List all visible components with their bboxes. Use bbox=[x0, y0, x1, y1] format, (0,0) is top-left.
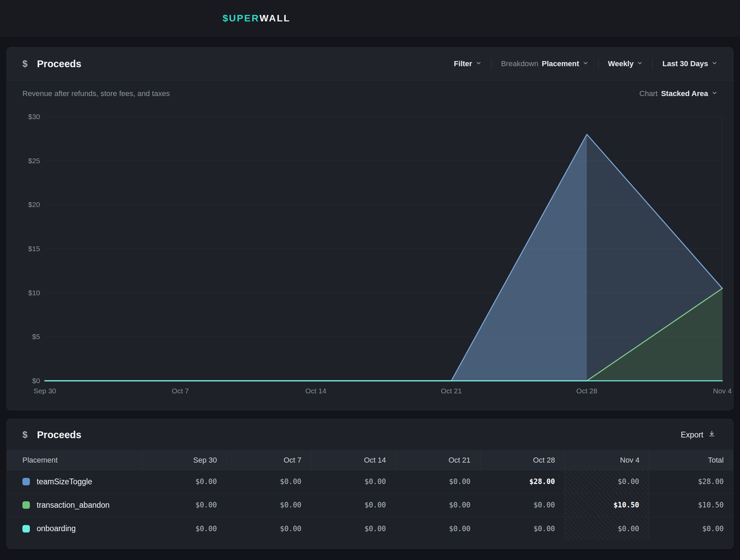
value-cell: $28.00 bbox=[480, 470, 565, 493]
logo-accent-text: $UPER bbox=[223, 13, 259, 24]
value-cell: $0.00 bbox=[226, 470, 311, 493]
column-header: Oct 14 bbox=[311, 451, 395, 470]
chart-type-value: Stacked Area bbox=[661, 89, 708, 98]
dollar-icon: $ bbox=[22, 430, 27, 440]
value-cell: $0.00 bbox=[226, 517, 311, 540]
chevron-down-icon bbox=[637, 59, 643, 68]
table-header-row: PlacementSep 30Oct 7Oct 14Oct 21Oct 28No… bbox=[7, 450, 733, 470]
breakdown-label: Breakdown bbox=[501, 59, 538, 68]
value-cell: $0.00 bbox=[649, 517, 733, 540]
placement-name: transaction_abandon bbox=[37, 501, 110, 510]
column-header: Total bbox=[649, 451, 733, 470]
column-header: Oct 28 bbox=[480, 451, 565, 470]
series-color-swatch bbox=[22, 525, 30, 533]
dollar-icon: $ bbox=[22, 59, 27, 69]
chevron-down-icon bbox=[476, 59, 482, 68]
value-cell: $0.00 bbox=[142, 493, 226, 517]
stacked-area-chart[interactable] bbox=[45, 117, 722, 381]
logo-rest-text: WALL bbox=[259, 13, 290, 24]
y-tick-label: $25 bbox=[28, 156, 40, 166]
y-tick-label: $5 bbox=[32, 332, 40, 342]
value-cell: $28.00 bbox=[649, 470, 733, 493]
proceeds-table-card: $ Proceeds Export PlacementSep 30Oct 7Oc… bbox=[6, 419, 734, 549]
value-cell: $0.00 bbox=[395, 517, 480, 540]
y-tick-label: $20 bbox=[28, 200, 40, 210]
chevron-down-icon bbox=[711, 89, 718, 98]
value-cell: $0.00 bbox=[311, 517, 395, 540]
table-row: teamSizeToggle$0.00$0.00$0.00$0.00$28.00… bbox=[7, 470, 733, 493]
chart-type-dropdown[interactable]: Chart Stacked Area bbox=[640, 89, 718, 98]
x-axis-labels: Sep 30Oct 7Oct 14Oct 21Oct 28Nov 4 bbox=[45, 387, 722, 399]
breakdown-dropdown[interactable]: Breakdown Placement bbox=[501, 59, 589, 68]
value-cell: $0.00 bbox=[226, 493, 311, 517]
column-header: Oct 7 bbox=[226, 451, 311, 470]
series-color-swatch bbox=[22, 478, 30, 485]
placement-cell: onboarding bbox=[7, 517, 142, 540]
interval-dropdown[interactable]: Weekly bbox=[608, 59, 643, 68]
x-tick-label: Oct 28 bbox=[576, 387, 597, 395]
placement-cell: transaction_abandon bbox=[7, 493, 142, 517]
breakdown-value: Placement bbox=[542, 59, 579, 68]
superwall-logo: $UPERWALL bbox=[223, 0, 291, 37]
value-cell: $0.00 bbox=[480, 517, 565, 540]
table-card-header: $ Proceeds Export bbox=[7, 419, 733, 450]
export-button[interactable]: Export bbox=[679, 430, 718, 440]
value-cell: $10.50 bbox=[565, 493, 649, 517]
placement-name: onboarding bbox=[37, 524, 76, 533]
proceeds-chart-card: $ Proceeds Filter Breakdown Placement We… bbox=[6, 47, 734, 410]
column-header: Placement bbox=[7, 451, 142, 470]
value-cell: $10.50 bbox=[649, 493, 733, 517]
date-range-value: Last 30 Days bbox=[662, 59, 708, 68]
chart-card-header: $ Proceeds Filter Breakdown Placement We… bbox=[7, 48, 733, 80]
column-header: Nov 4 bbox=[565, 451, 649, 470]
x-tick-label: Sep 30 bbox=[34, 387, 56, 395]
filter-label: Filter bbox=[454, 59, 472, 68]
value-cell: $0.00 bbox=[565, 470, 649, 493]
topbar: $UPERWALL bbox=[0, 0, 740, 37]
divider bbox=[652, 58, 653, 70]
y-tick-label: $30 bbox=[28, 112, 40, 122]
x-tick-label: Nov 4 bbox=[713, 387, 732, 395]
value-cell: $0.00 bbox=[142, 470, 226, 493]
value-cell: $0.00 bbox=[480, 493, 565, 517]
interval-value: Weekly bbox=[608, 59, 633, 68]
chart-subtitle: Revenue after refunds, store fees, and t… bbox=[22, 89, 170, 98]
value-cell: $0.00 bbox=[395, 493, 480, 517]
column-header: Sep 30 bbox=[142, 451, 226, 470]
y-tick-label: $0 bbox=[32, 376, 40, 386]
divider bbox=[491, 58, 492, 70]
value-cell: $0.00 bbox=[311, 493, 395, 517]
y-tick-label: $10 bbox=[28, 288, 40, 298]
column-header: Oct 21 bbox=[395, 451, 480, 470]
chart-controls: Filter Breakdown Placement Weekly Last 3… bbox=[454, 58, 718, 70]
table-row: transaction_abandon$0.00$0.00$0.00$0.00$… bbox=[7, 493, 733, 517]
chart-card-title: Proceeds bbox=[37, 58, 81, 70]
x-tick-label: Oct 7 bbox=[172, 387, 189, 395]
value-cell: $0.00 bbox=[311, 470, 395, 493]
chart-subheader: Revenue after refunds, store fees, and t… bbox=[7, 89, 733, 98]
export-label: Export bbox=[681, 430, 703, 440]
table-body: teamSizeToggle$0.00$0.00$0.00$0.00$28.00… bbox=[7, 470, 733, 540]
placement-name: teamSizeToggle bbox=[37, 477, 92, 486]
value-cell: $0.00 bbox=[395, 470, 480, 493]
table-card-title: Proceeds bbox=[37, 429, 81, 441]
x-tick-label: Oct 21 bbox=[441, 387, 462, 395]
y-tick-label: $15 bbox=[28, 244, 40, 254]
filter-dropdown[interactable]: Filter bbox=[454, 59, 482, 68]
x-tick-label: Oct 14 bbox=[305, 387, 326, 395]
download-icon bbox=[708, 430, 716, 440]
y-axis-labels: $0$5$10$15$20$25$30 bbox=[7, 117, 42, 381]
value-cell: $0.00 bbox=[565, 517, 649, 540]
chevron-down-icon bbox=[711, 59, 718, 68]
placement-cell: teamSizeToggle bbox=[7, 470, 142, 493]
chart-type-label: Chart bbox=[640, 89, 658, 98]
value-cell: $0.00 bbox=[142, 517, 226, 540]
table-row: onboarding$0.00$0.00$0.00$0.00$0.00$0.00… bbox=[7, 517, 733, 540]
series-color-swatch bbox=[22, 501, 30, 509]
chevron-down-icon bbox=[582, 59, 589, 68]
divider bbox=[598, 58, 598, 70]
date-range-dropdown[interactable]: Last 30 Days bbox=[662, 59, 718, 68]
